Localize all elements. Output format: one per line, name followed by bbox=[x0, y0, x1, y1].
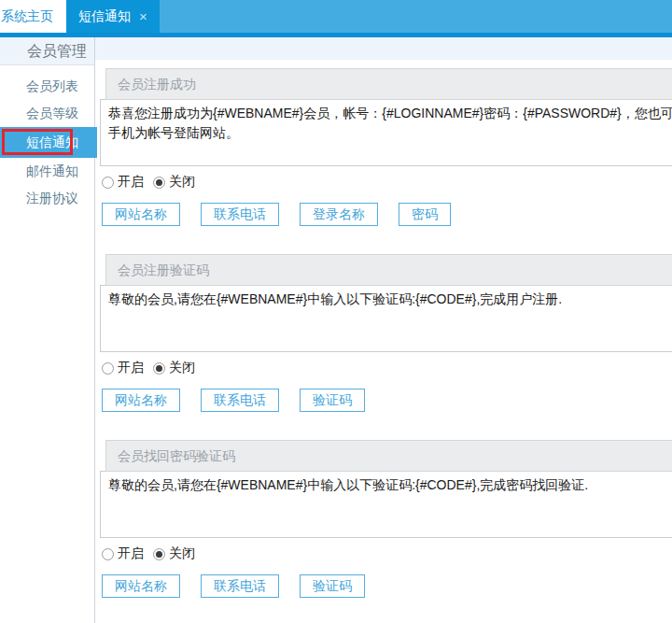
insert-placeholder-button[interactable]: 验证码 bbox=[300, 389, 365, 412]
sidebar-item-member-list[interactable]: 会员列表 bbox=[0, 73, 94, 100]
enable-radio-group: 开启 关闭 bbox=[102, 545, 672, 562]
placeholder-button-row: 网站名称联系电话验证码 bbox=[102, 389, 672, 412]
radio-on-label: 开启 bbox=[118, 174, 144, 191]
sms-template-textarea[interactable]: 恭喜您注册成功为{#WEBNAME#}会员，帐号：{#LOGINNAME#}密码… bbox=[100, 99, 672, 166]
radio-enable-off[interactable] bbox=[153, 362, 165, 375]
sidebar: 会员管理 会员列表 会员等级 短信通知 邮件通知 注册协议 bbox=[0, 37, 95, 623]
radio-enable-on[interactable] bbox=[102, 177, 114, 189]
insert-placeholder-button[interactable]: 网站名称 bbox=[102, 203, 180, 226]
panel-title: 会员注册成功 bbox=[105, 68, 672, 100]
sms-template-panel: 会员注册成功 恭喜您注册成功为{#WEBNAME#}会员，帐号：{#LOGINN… bbox=[100, 68, 672, 226]
sidebar-item-register-agreement[interactable]: 注册协议 bbox=[0, 185, 94, 212]
insert-placeholder-button[interactable]: 联系电话 bbox=[201, 203, 279, 226]
tab-label: 系统主页 bbox=[1, 8, 53, 25]
sidebar-item-label: 短信通知 bbox=[26, 135, 78, 149]
radio-on-label: 开启 bbox=[118, 360, 144, 376]
panel-title: 会员注册验证码 bbox=[105, 254, 672, 286]
insert-placeholder-button[interactable]: 登录名称 bbox=[300, 203, 378, 226]
sidebar-item-mail-notice[interactable]: 邮件通知 bbox=[0, 158, 94, 185]
tab-label: 短信通知 bbox=[78, 8, 131, 25]
main-content: 会员注册成功 恭喜您注册成功为{#WEBNAME#}会员，帐号：{#LOGINN… bbox=[95, 37, 672, 623]
placeholder-button-row: 网站名称联系电话验证码 bbox=[102, 574, 672, 598]
sms-template-textarea[interactable]: 尊敬的会员,请您在{#WEBNAME#}中输入以下验证码:{#CODE#},完成… bbox=[100, 471, 672, 538]
radio-enable-off[interactable] bbox=[153, 177, 165, 189]
sidebar-item-member-level[interactable]: 会员等级 bbox=[0, 100, 94, 127]
insert-placeholder-button[interactable]: 验证码 bbox=[300, 574, 365, 598]
insert-placeholder-button[interactable]: 联系电话 bbox=[201, 389, 279, 412]
sms-template-panels: 会员注册成功 恭喜您注册成功为{#WEBNAME#}会员，帐号：{#LOGINN… bbox=[95, 60, 672, 598]
radio-off-label: 关闭 bbox=[169, 545, 195, 562]
sidebar-item-sms-notice[interactable]: 短信通知 bbox=[0, 127, 97, 158]
radio-off-label: 关闭 bbox=[169, 360, 195, 376]
radio-on-label: 开启 bbox=[118, 545, 144, 562]
radio-enable-off[interactable] bbox=[153, 548, 165, 560]
tab-sms-notice[interactable]: 短信通知 × bbox=[66, 0, 160, 33]
tab-bar-filler bbox=[160, 0, 672, 33]
tab-bar: 系统主页 短信通知 × bbox=[0, 0, 672, 33]
sms-template-panel: 会员找回密码验证码 尊敬的会员,请您在{#WEBNAME#}中输入以下验证码:{… bbox=[100, 440, 672, 598]
radio-enable-on[interactable] bbox=[102, 362, 114, 375]
insert-placeholder-button[interactable]: 网站名称 bbox=[102, 574, 180, 598]
content-top-band bbox=[95, 37, 672, 60]
panel-title: 会员找回密码验证码 bbox=[105, 440, 672, 472]
insert-placeholder-button[interactable]: 密码 bbox=[399, 203, 451, 226]
sidebar-group-title: 会员管理 bbox=[0, 37, 94, 65]
insert-placeholder-button[interactable]: 联系电话 bbox=[201, 574, 279, 598]
radio-off-label: 关闭 bbox=[169, 174, 195, 191]
close-icon[interactable]: × bbox=[139, 9, 147, 23]
tab-system-home[interactable]: 系统主页 bbox=[0, 0, 62, 33]
sms-template-panel: 会员注册验证码 尊敬的会员,请您在{#WEBNAME#}中输入以下验证码:{#C… bbox=[100, 254, 672, 412]
enable-radio-group: 开启 关闭 bbox=[102, 174, 672, 191]
insert-placeholder-button[interactable]: 网站名称 bbox=[102, 389, 180, 412]
radio-enable-on[interactable] bbox=[102, 548, 114, 560]
enable-radio-group: 开启 关闭 bbox=[102, 360, 672, 376]
sms-template-textarea[interactable]: 尊敬的会员,请您在{#WEBNAME#}中输入以下验证码:{#CODE#},完成… bbox=[100, 285, 672, 352]
placeholder-button-row: 网站名称联系电话登录名称密码 bbox=[102, 203, 672, 226]
